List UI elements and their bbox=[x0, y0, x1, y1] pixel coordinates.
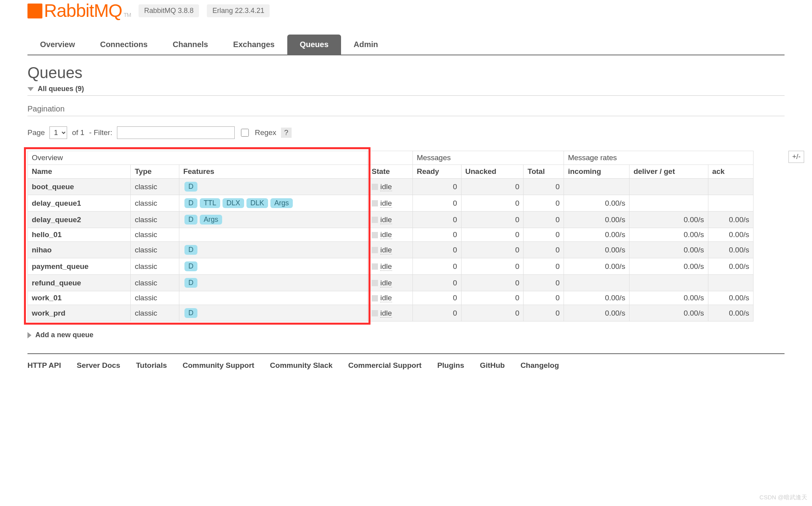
logo[interactable]: RabbitMQ TM bbox=[27, 0, 131, 21]
queue-features: DArgs bbox=[179, 212, 367, 228]
tab-channels[interactable]: Channels bbox=[160, 35, 221, 55]
regex-label: Regex bbox=[255, 128, 276, 137]
queue-name-link[interactable]: delay_queue1 bbox=[28, 195, 131, 212]
table-row: delay_queue1classicDTTLDLXDLKArgsidle000… bbox=[28, 195, 754, 212]
chevron-right-icon bbox=[27, 332, 31, 338]
regex-help-icon[interactable]: ? bbox=[281, 128, 292, 138]
queue-type: classic bbox=[131, 228, 179, 242]
erlang-version: Erlang 22.3.4.21 bbox=[207, 4, 270, 17]
group-header: Message rates bbox=[564, 151, 754, 165]
cell-deliver bbox=[630, 275, 708, 291]
queue-type: classic bbox=[131, 212, 179, 228]
feature-badge-args: Args bbox=[270, 198, 293, 208]
queue-state: idle bbox=[367, 275, 412, 291]
footer-link-tutorials[interactable]: Tutorials bbox=[136, 361, 167, 370]
queue-features: D bbox=[179, 305, 367, 322]
column-header-type[interactable]: Type bbox=[131, 165, 179, 179]
queue-name-link[interactable]: refund_queue bbox=[28, 275, 131, 291]
cell-ready: 0 bbox=[412, 195, 461, 212]
cell-deliver: 0.00/s bbox=[630, 258, 708, 275]
cell-ack bbox=[708, 275, 753, 291]
cell-ack: 0.00/s bbox=[708, 305, 753, 322]
column-header-ack[interactable]: ack bbox=[708, 165, 753, 179]
footer-link-community-support[interactable]: Community Support bbox=[182, 361, 254, 370]
queue-type: classic bbox=[131, 291, 179, 305]
queue-name-link[interactable]: work_01 bbox=[28, 291, 131, 305]
queue-features: D bbox=[179, 275, 367, 291]
column-header-total[interactable]: Total bbox=[524, 165, 564, 179]
queue-state: idle bbox=[367, 195, 412, 212]
cell-total: 0 bbox=[524, 305, 564, 322]
rabbitmq-version: RabbitMQ 3.8.8 bbox=[139, 4, 199, 17]
cell-ready: 0 bbox=[412, 275, 461, 291]
column-header-deliver-get[interactable]: deliver / get bbox=[630, 165, 708, 179]
column-header-name[interactable]: Name bbox=[28, 165, 131, 179]
cell-deliver: 0.00/s bbox=[630, 242, 708, 258]
queue-state: idle bbox=[367, 305, 412, 322]
state-indicator-icon bbox=[372, 263, 378, 270]
column-header-features[interactable]: Features bbox=[179, 165, 367, 179]
page-select[interactable]: 1 bbox=[49, 126, 67, 139]
tab-exchanges[interactable]: Exchanges bbox=[221, 35, 287, 55]
cell-deliver: 0.00/s bbox=[630, 212, 708, 228]
queues-table: OverviewMessagesMessage rates NameTypeFe… bbox=[27, 151, 754, 322]
pagination-heading: Pagination bbox=[27, 104, 785, 116]
table-row: hello_01classicidle0000.00/s0.00/s0.00/s bbox=[28, 228, 754, 242]
queue-name-link[interactable]: delay_queue2 bbox=[28, 212, 131, 228]
feature-badge-d: D bbox=[184, 308, 197, 318]
cell-ready: 0 bbox=[412, 258, 461, 275]
table-row: boot_queueclassicDidle000 bbox=[28, 179, 754, 195]
footer-link-plugins[interactable]: Plugins bbox=[437, 361, 464, 370]
queue-name-link[interactable]: payment_queue bbox=[28, 258, 131, 275]
cell-total: 0 bbox=[524, 258, 564, 275]
queue-name-link[interactable]: nihao bbox=[28, 242, 131, 258]
all-queues-toggle[interactable]: All queues (9) bbox=[27, 85, 785, 96]
filter-input[interactable] bbox=[117, 126, 235, 139]
cell-deliver: 0.00/s bbox=[630, 228, 708, 242]
tab-connections[interactable]: Connections bbox=[88, 35, 160, 55]
column-header-ready[interactable]: Ready bbox=[412, 165, 461, 179]
tab-queues[interactable]: Queues bbox=[287, 35, 341, 55]
footer-link-server-docs[interactable]: Server Docs bbox=[77, 361, 120, 370]
logo-text: RabbitMQ bbox=[44, 0, 122, 21]
cell-deliver: 0.00/s bbox=[630, 291, 708, 305]
footer-link-http-api[interactable]: HTTP API bbox=[27, 361, 61, 370]
page-of-label: of 1 bbox=[72, 128, 84, 137]
regex-checkbox[interactable] bbox=[241, 129, 249, 137]
cell-ack bbox=[708, 179, 753, 195]
state-indicator-icon bbox=[372, 295, 378, 301]
page-title: Queues bbox=[27, 64, 812, 82]
queue-name-link[interactable]: work_prd bbox=[28, 305, 131, 322]
cell-ready: 0 bbox=[412, 291, 461, 305]
table-row: refund_queueclassicDidle000 bbox=[28, 275, 754, 291]
feature-badge-ttl: TTL bbox=[200, 198, 220, 208]
chevron-down-icon bbox=[27, 87, 34, 91]
queue-state: idle bbox=[367, 228, 412, 242]
queue-type: classic bbox=[131, 258, 179, 275]
cell-total: 0 bbox=[524, 212, 564, 228]
column-header-state[interactable]: State bbox=[367, 165, 412, 179]
queue-type: classic bbox=[131, 242, 179, 258]
table-row: work_prdclassicDidle0000.00/s0.00/s0.00/… bbox=[28, 305, 754, 322]
footer-link-commercial-support[interactable]: Commercial Support bbox=[348, 361, 422, 370]
group-header: Overview bbox=[28, 151, 368, 165]
tab-admin[interactable]: Admin bbox=[341, 35, 390, 55]
cell-unacked: 0 bbox=[461, 179, 524, 195]
cell-ready: 0 bbox=[412, 228, 461, 242]
footer-link-github[interactable]: GitHub bbox=[480, 361, 505, 370]
cell-deliver bbox=[630, 179, 708, 195]
tab-overview[interactable]: Overview bbox=[27, 35, 88, 55]
add-queue-toggle[interactable]: Add a new queue bbox=[27, 331, 785, 342]
footer-link-community-slack[interactable]: Community Slack bbox=[270, 361, 332, 370]
logo-icon bbox=[27, 4, 42, 18]
footer-link-changelog[interactable]: Changelog bbox=[520, 361, 559, 370]
queue-name-link[interactable]: hello_01 bbox=[28, 228, 131, 242]
column-header-unacked[interactable]: Unacked bbox=[461, 165, 524, 179]
queue-name-link[interactable]: boot_queue bbox=[28, 179, 131, 195]
columns-toggle-button[interactable]: +/- bbox=[788, 151, 804, 163]
cell-ack: 0.00/s bbox=[708, 291, 753, 305]
column-header-incoming[interactable]: incoming bbox=[564, 165, 630, 179]
feature-badge-args: Args bbox=[200, 215, 222, 225]
cell-incoming: 0.00/s bbox=[564, 291, 630, 305]
cell-deliver bbox=[630, 195, 708, 212]
